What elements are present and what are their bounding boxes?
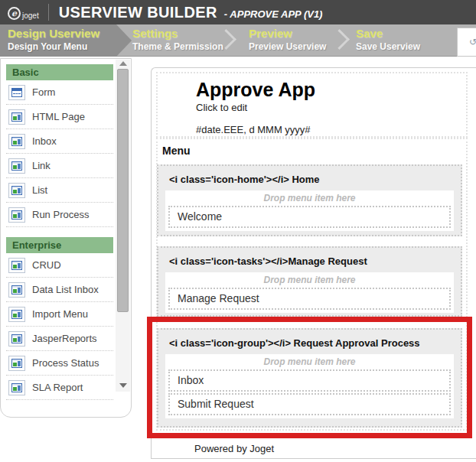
palette-item-label: Inbox: [32, 135, 57, 147]
powered-by-footer: Powered by Joget: [156, 436, 468, 462]
menu-category-body: Drop menu item here Manage Request: [165, 272, 454, 313]
tab-settings-label[interactable]: Settings: [132, 27, 178, 40]
menu-category-label[interactable]: <i class='icon-home'></i> Home: [169, 174, 454, 185]
inbox-widget-icon: [8, 134, 25, 149]
tab-design-userview-sublabel: Design Your Menu: [8, 41, 87, 52]
process-status-widget-icon: [8, 356, 25, 371]
app-titlebar: e joget USERVIEW BUILDER - APPROVE APP (…: [0, 0, 476, 24]
userview-title[interactable]: Approve App: [196, 78, 466, 101]
joget-logo-icon: e: [8, 7, 21, 20]
undo-icon[interactable]: ↺: [469, 37, 476, 47]
palette-item-label: SLA Report: [32, 382, 83, 393]
scroll-down-arrow-icon[interactable]: [119, 383, 127, 388]
sla-report-widget-icon: [8, 380, 25, 395]
palette-item-label: Import Menu: [32, 308, 88, 320]
palette-item-form[interactable]: Form: [6, 80, 113, 105]
palette-item-label: Link: [32, 160, 51, 171]
data-list-inbox-widget-icon: [8, 282, 25, 298]
palette-item-label: HTML Page: [32, 111, 85, 122]
tab-design-userview-label[interactable]: Design Userview: [8, 27, 99, 40]
userview-builder-window: e joget USERVIEW BUILDER - APPROVE APP (…: [0, 0, 476, 462]
drop-zone[interactable]: Drop menu item here: [168, 191, 451, 204]
menu-section-label: Menu: [162, 145, 466, 157]
palette-item-process-status[interactable]: Process Status: [6, 351, 113, 376]
builder-title: USERVIEW BUILDER: [59, 4, 217, 21]
userview-header-editor[interactable]: Approve App Click to edit #date.EEE, d M…: [156, 72, 468, 138]
palette-section-enterprise: Enterprise: [6, 237, 113, 253]
widget-palette: Basic Form HTML Page Inbox Link List Run…: [0, 58, 132, 418]
menu-category-manage-request[interactable]: <i class='icon-tasks'></i>Manage Request…: [157, 246, 462, 317]
palette-item-data-list-inbox[interactable]: Data List Inbox: [6, 278, 113, 302]
menu-item-inbox[interactable]: Inbox: [168, 369, 451, 392]
palette-section-basic: Basic: [6, 64, 113, 80]
palette-item-label: Run Process: [32, 209, 89, 220]
scroll-up-arrow-icon[interactable]: [119, 61, 127, 66]
palette-item-label: CRUD: [32, 259, 61, 271]
nav-corner-panel: ↺: [457, 28, 476, 57]
menu-category-home[interactable]: <i class='icon-home'></i> Home Drop menu…: [157, 164, 462, 236]
tab-save-label[interactable]: Save: [356, 27, 383, 40]
drop-zone[interactable]: Drop menu item here: [168, 355, 451, 368]
palette-item-jasperreports[interactable]: JasperReports: [6, 327, 113, 351]
menu-item-manage-request[interactable]: Manage Request: [168, 288, 451, 310]
palette-item-label: Data List Inbox: [32, 284, 99, 295]
palette-item-label: JasperReports: [32, 333, 97, 344]
import-menu-widget-icon: [8, 307, 25, 322]
html-page-widget-icon: [8, 109, 25, 125]
tab-settings-sublabel: Theme & Permission: [132, 41, 223, 52]
titlebar-divider: [48, 4, 49, 21]
palette-item-label: Process Status: [32, 357, 99, 369]
palette-item-list[interactable]: List: [6, 178, 113, 203]
menu-category-request-approval-process[interactable]: <i class='icon-group'></i> Request Appro…: [157, 328, 462, 428]
joget-logo-text: joget: [22, 11, 39, 20]
drop-zone[interactable]: Drop menu item here: [168, 273, 451, 286]
tab-preview-label[interactable]: Preview: [249, 27, 292, 40]
tab-save-sublabel: Save Userview: [356, 41, 420, 52]
crud-widget-icon: [8, 258, 25, 273]
palette-item-crud[interactable]: CRUD: [6, 253, 113, 278]
date-placeholder: #date.EEE, d MMM yyyy#: [196, 124, 466, 135]
menu-category-body: Drop menu item here Inbox Submit Request: [165, 354, 454, 418]
list-widget-icon: [8, 183, 25, 198]
palette-item-html-page[interactable]: HTML Page: [6, 105, 113, 129]
link-widget-icon: [8, 158, 25, 174]
jasperreports-widget-icon: [8, 331, 25, 346]
palette-item-label: List: [32, 184, 47, 196]
chevron-right-icon: [329, 29, 350, 50]
palette-item-import-menu[interactable]: Import Menu: [6, 302, 113, 327]
form-widget-icon: [8, 85, 25, 100]
menu-category-label[interactable]: <i class='icon-group'></i> Request Appro…: [169, 337, 454, 349]
menu-item-submit-request[interactable]: Submit Request: [168, 393, 451, 415]
menu-category-body: Drop menu item here Welcome: [165, 190, 454, 231]
menu-category-label[interactable]: <i class='icon-tasks'></i>Manage Request: [169, 255, 454, 267]
palette-item-label: Form: [32, 86, 55, 98]
palette-item-inbox[interactable]: Inbox: [6, 129, 113, 154]
palette-item-sla-report[interactable]: SLA Report: [6, 376, 113, 400]
palette-scrollbar-thumb[interactable]: [117, 69, 129, 312]
palette-item-link[interactable]: Link: [6, 154, 113, 178]
tab-preview-sublabel: Preview Userview: [249, 41, 326, 52]
app-version-label: - APPROVE APP (V1): [224, 8, 323, 20]
run-process-widget-icon: [8, 207, 25, 223]
step-nav: Design Userview Design Your Menu Setting…: [0, 24, 476, 57]
menu-item-welcome[interactable]: Welcome: [168, 206, 451, 228]
click-to-edit-hint: Click to edit: [196, 102, 466, 113]
userview-canvas: Approve App Click to edit #date.EEE, d M…: [151, 67, 476, 459]
palette-item-run-process[interactable]: Run Process: [6, 203, 113, 227]
